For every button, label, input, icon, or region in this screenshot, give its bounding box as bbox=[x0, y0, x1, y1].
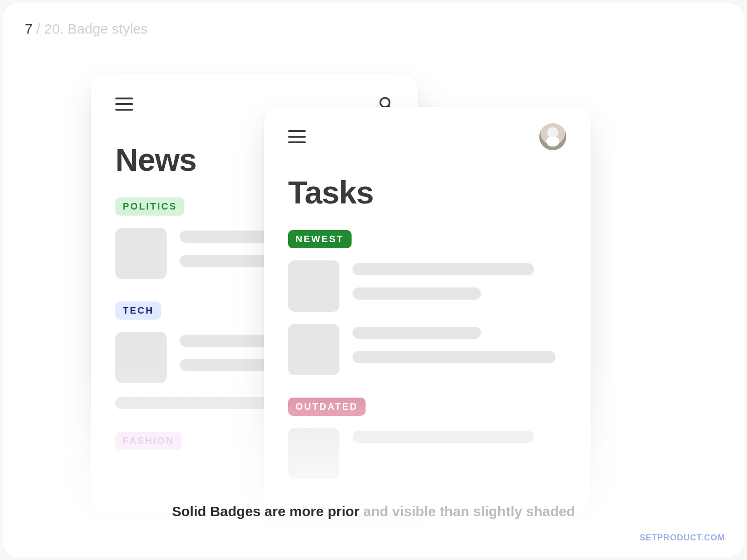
list-item bbox=[288, 260, 566, 312]
breadcrumb-title: Badge styles bbox=[68, 21, 148, 36]
menu-icon[interactable] bbox=[288, 130, 306, 143]
list-item bbox=[288, 324, 566, 375]
breadcrumb: 7 / 20. Badge styles bbox=[25, 21, 148, 37]
text-placeholder bbox=[352, 263, 534, 275]
text-placeholder bbox=[352, 327, 481, 339]
tasks-section-newest: NEWEST bbox=[288, 230, 566, 375]
slide-caption: Solid Badges are more prior and visible … bbox=[3, 504, 744, 519]
thumbnail-placeholder bbox=[288, 428, 339, 479]
caption-muted: and visible than slightly shaded bbox=[359, 504, 575, 519]
breadcrumb-dot: . bbox=[60, 21, 68, 36]
thumbnail-placeholder bbox=[288, 260, 339, 312]
badge-fashion[interactable]: FASHION bbox=[115, 432, 182, 450]
card-tasks: Tasks NEWEST OUTDATED bbox=[264, 107, 591, 513]
card-tasks-title: Tasks bbox=[288, 174, 566, 210]
breadcrumb-sep: / bbox=[36, 21, 44, 36]
text-placeholder bbox=[352, 287, 481, 300]
menu-icon[interactable] bbox=[115, 98, 133, 111]
caption-strong: Solid Badges are more prior bbox=[172, 504, 359, 519]
avatar[interactable] bbox=[539, 123, 566, 150]
badge-tech[interactable]: TECH bbox=[115, 301, 161, 320]
badge-newest[interactable]: NEWEST bbox=[288, 230, 352, 248]
list-item bbox=[288, 428, 566, 479]
watermark: SETPRODUCT.COM bbox=[640, 533, 725, 543]
text-placeholder bbox=[352, 351, 556, 363]
thumbnail-placeholder bbox=[115, 228, 167, 279]
slide-frame: 7 / 20. Badge styles News POLITICS TECH bbox=[3, 3, 744, 557]
thumbnail-placeholder bbox=[115, 332, 167, 383]
text-placeholder bbox=[352, 431, 534, 443]
svg-point-0 bbox=[381, 98, 390, 107]
tasks-section-outdated: OUTDATED bbox=[288, 398, 566, 479]
card-tasks-header bbox=[288, 127, 566, 146]
breadcrumb-total: 20 bbox=[44, 21, 60, 36]
badge-politics[interactable]: POLITICS bbox=[115, 197, 184, 216]
thumbnail-placeholder bbox=[288, 324, 339, 375]
breadcrumb-current: 7 bbox=[25, 21, 33, 36]
badge-outdated[interactable]: OUTDATED bbox=[288, 398, 366, 416]
text-placeholder bbox=[115, 397, 282, 409]
